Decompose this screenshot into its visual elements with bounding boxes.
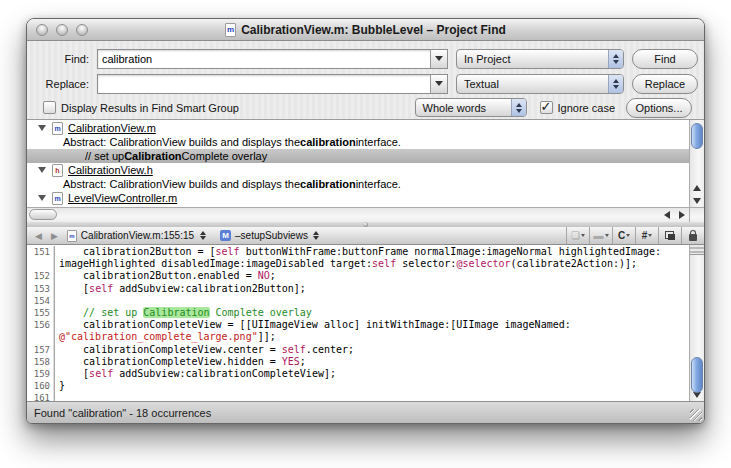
zoom-button[interactable]	[76, 24, 88, 36]
scrollbar-thumb[interactable]	[691, 357, 703, 393]
document-icon: m	[225, 23, 236, 37]
code-row: 155 // set up Calibration Complete overl…	[27, 307, 689, 319]
history-back-button[interactable]: ◀	[35, 231, 42, 241]
replace-button[interactable]: Replace	[632, 74, 698, 94]
stepper-icon[interactable]	[200, 231, 206, 240]
line-number: 155	[27, 307, 55, 319]
result-row[interactable]: // set up Calibration Complete overlay	[27, 149, 689, 163]
code-segment: NO	[258, 270, 270, 281]
results-vertical-scrollbar[interactable]	[689, 120, 704, 207]
minimize-button[interactable]	[56, 24, 68, 36]
code-line-text: calibration2Button.enabled = NO;	[55, 270, 276, 282]
ignore-case-checkbox-box[interactable]: ✓	[540, 101, 553, 114]
result-match-text: calibration	[300, 178, 356, 190]
stepper-icon[interactable]	[313, 231, 319, 240]
arrow-right-icon	[679, 211, 685, 219]
scroll-left-button[interactable]	[659, 208, 674, 222]
includes-menu-button[interactable]: #	[635, 227, 658, 244]
code-lines[interactable]: 151 calibration2Button = [self buttonWit…	[27, 245, 689, 401]
result-row[interactable]: Abstract: CalibrationView builds and dis…	[27, 177, 689, 191]
line-number: 151	[27, 246, 55, 258]
file-icon: h	[52, 164, 63, 177]
smart-group-checkbox-box[interactable]	[43, 101, 56, 114]
result-row[interactable]: Abstract: CalibrationView builds and dis…	[27, 135, 689, 149]
result-match-text: calibration	[300, 136, 356, 148]
ignore-case-checkbox-label[interactable]: Ignore case	[558, 102, 615, 114]
results-horizontal-scrollbar[interactable]	[27, 207, 704, 222]
file-location-menu[interactable]: CalibrationView.m:155:15	[81, 230, 194, 241]
resize-grip[interactable]	[690, 409, 702, 421]
arrow-down-icon	[693, 198, 701, 204]
code-line-text: calibrationCompleteView.center = self.ce…	[55, 344, 354, 356]
stepper-icon	[511, 99, 526, 116]
search-results-pane: mCalibrationView.mAbstract: CalibrationV…	[27, 119, 704, 222]
file-icon: m	[67, 230, 77, 242]
options-button[interactable]: Options...	[626, 98, 692, 118]
stepper-icon	[608, 75, 623, 93]
code-segment: ]];	[258, 331, 276, 342]
class-hierarchy-menu-button[interactable]: C	[612, 227, 635, 244]
find-button[interactable]: Find	[632, 49, 698, 69]
lock-icon	[689, 234, 697, 241]
scope-popup[interactable]: In Project	[456, 49, 624, 69]
disclosure-triangle-icon[interactable]	[38, 167, 46, 173]
find-input[interactable]	[98, 50, 430, 68]
traffic-lights	[36, 24, 88, 36]
disclosure-triangle-icon[interactable]	[38, 195, 46, 201]
stepper-icon	[608, 50, 623, 68]
code-row: 154	[27, 295, 689, 307]
breakpoints-menu-button[interactable]: ▬	[589, 227, 612, 244]
code-line-text: calibration2Button = [self buttonWithFra…	[55, 246, 661, 258]
method-badge-icon: M	[220, 230, 231, 241]
match-mode-popup[interactable]: Whole words	[415, 98, 527, 117]
scrollbar-thumb[interactable]	[29, 209, 57, 220]
code-row: 153 [self addSubview:calibration2Button]…	[27, 283, 689, 295]
bookmarks-menu-button[interactable]: ❏	[566, 227, 589, 244]
title-bar[interactable]: m CalibrationView.m: BubbleLevel – Proje…	[27, 19, 704, 41]
result-row[interactable]: mCalibrationView.m	[27, 121, 689, 135]
result-text-pre: // set up	[85, 150, 124, 162]
line-number: 158	[27, 356, 55, 368]
result-text-post: interface.	[356, 178, 401, 190]
code-segment: self	[89, 283, 113, 294]
scrollbar-thumb[interactable]	[691, 123, 703, 149]
split-editor-handle[interactable]	[690, 245, 704, 255]
line-number	[27, 331, 55, 343]
disclosure-triangle-icon[interactable]	[38, 125, 46, 131]
code-segment: buttonWithFrame:buttonFrame normalImage:…	[240, 246, 661, 257]
replace-history-button[interactable]	[430, 75, 447, 93]
code-segment: calibrationCompleteView.hidden =	[59, 356, 282, 367]
history-forward-button[interactable]: ▶	[51, 231, 58, 241]
smart-group-checkbox-label[interactable]: Display Results in Find Smart Group	[61, 102, 239, 114]
code-segment: YES	[282, 356, 300, 367]
result-row[interactable]: mLevelViewController.m	[27, 191, 689, 205]
scroll-right-button[interactable]	[674, 208, 689, 222]
replace-input[interactable]	[98, 75, 430, 93]
chevron-down-icon	[581, 234, 585, 237]
scroll-down-button[interactable]	[690, 194, 704, 207]
counterpart-button[interactable]	[658, 227, 681, 244]
chevron-down-icon	[648, 234, 652, 237]
marker-icon: ▬	[594, 230, 604, 241]
code-row: 157 calibrationCompleteView.center = sel…	[27, 344, 689, 356]
code-segment: ;	[300, 356, 306, 367]
code-row: 158 calibrationCompleteView.hidden = YES…	[27, 356, 689, 368]
symbol-menu[interactable]: –setupSubviews	[235, 230, 308, 241]
find-history-button[interactable]	[430, 50, 447, 68]
code-segment: self	[282, 344, 306, 355]
close-button[interactable]	[36, 24, 48, 36]
result-text-post: Complete overlay	[182, 150, 268, 162]
lock-button[interactable]	[681, 227, 704, 244]
results-list[interactable]: mCalibrationView.mAbstract: CalibrationV…	[27, 120, 689, 207]
code-segment: [	[59, 368, 89, 379]
line-number: 156	[27, 319, 55, 331]
scroll-up-button[interactable]	[690, 181, 704, 194]
mode-popup[interactable]: Textual	[456, 74, 624, 94]
code-row: 159 [self addSubview:calibrationComplete…	[27, 368, 689, 380]
chevron-down-icon	[605, 234, 609, 237]
editor-vertical-scrollbar[interactable]	[689, 245, 704, 401]
chevron-down-icon	[435, 81, 443, 86]
code-row: 156 calibrationCompleteView = [[UIImageV…	[27, 319, 689, 331]
result-row[interactable]: hCalibrationView.h	[27, 163, 689, 177]
code-segment: }	[59, 380, 65, 391]
